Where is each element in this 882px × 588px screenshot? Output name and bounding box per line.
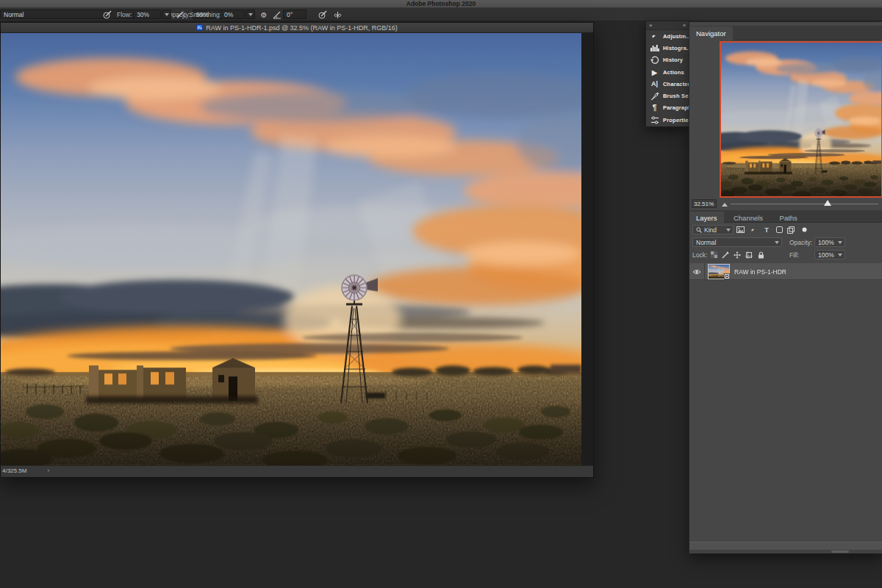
character-icon: A| [650, 79, 659, 88]
layer-visibility-toggle[interactable] [689, 263, 705, 281]
panel-button-histogram[interactable]: Histogra... [646, 42, 689, 54]
tool-options-bar: Normal Opacity: 99% Flow: 30% Smoothing:… [0, 8, 882, 21]
icon-dock-header: × » [646, 21, 689, 30]
panel-button-label: Actions [663, 69, 684, 76]
smart-object-filter-icon[interactable] [786, 225, 796, 234]
layer-opacity-value: 100% [818, 239, 834, 246]
navigator-zoom-value: 32.51% [694, 201, 714, 207]
shape-layer-filter-icon[interactable] [774, 225, 784, 234]
brush-angle-input[interactable]: 0° [283, 10, 306, 19]
smoothing-input[interactable]: 0% [220, 10, 245, 19]
layer-fill-value: 100% [818, 251, 834, 259]
smoothing-value: 0% [224, 11, 233, 18]
adjustment-layer-filter-icon[interactable]: ◐ [748, 225, 759, 234]
brush-settings-icon [650, 92, 659, 101]
layer-name[interactable]: RAW in PS-1-HDR [734, 263, 786, 281]
airbrush-icon[interactable] [175, 10, 185, 20]
fill-label: Fill: [789, 248, 799, 261]
flow-dropdown-button[interactable] [162, 10, 171, 19]
layer-fill-select[interactable]: 100% [814, 250, 845, 259]
gear-icon[interactable]: ⚙ [259, 10, 269, 20]
panel-button-label: Properties [663, 117, 692, 123]
chevron-down-icon [838, 254, 842, 257]
document-size-status[interactable]: 4/325.5M [2, 467, 26, 474]
navigator-zoom-slider[interactable] [731, 204, 878, 204]
layer-row[interactable]: RAW in PS-1-HDR [689, 262, 882, 280]
panel-button-history[interactable]: History [646, 54, 689, 66]
lock-pixels-icon[interactable] [720, 250, 731, 259]
document-title: RAW in PS-1-HDR-1.psd @ 32.5% (RAW in PS… [206, 24, 398, 32]
type-layer-filter-icon[interactable]: T [761, 225, 772, 234]
tab-navigator[interactable]: Navigator [689, 26, 733, 41]
flow-label: Flow: [117, 8, 132, 21]
panel-button-paragraph[interactable]: ¶ Paragraph [646, 102, 689, 114]
zoom-slider-thumb[interactable] [824, 200, 831, 206]
document-window: Ps RAW in PS-1-HDR-1.psd @ 32.5% (RAW in… [0, 22, 594, 478]
gear-glyph: ⚙ [261, 11, 268, 19]
navigator-tabbar: Navigator [689, 26, 882, 40]
layer-opacity-select[interactable]: 100% [814, 237, 845, 247]
status-menu-arrow-icon[interactable]: › [47, 467, 49, 474]
panel-button-actions[interactable]: ▶ Actions [646, 66, 689, 78]
navigator-zoom-input[interactable]: 32.51% [692, 199, 717, 208]
layer-blend-mode-select[interactable]: Normal [692, 237, 782, 247]
navigator-proxy-view[interactable] [720, 41, 882, 198]
zoom-out-icon[interactable] [722, 203, 728, 207]
chevron-down-icon [775, 241, 779, 244]
history-icon [650, 56, 659, 65]
layers-panel-scrollbar[interactable] [689, 550, 882, 553]
lock-label: Lock: [692, 248, 707, 261]
layers-tabbar: Layers Channels Paths [689, 210, 882, 223]
panel-button-label: History [663, 57, 683, 63]
search-icon [696, 227, 702, 233]
chevron-down-icon [726, 229, 731, 232]
layer-filter-select[interactable]: Kind [692, 225, 734, 234]
panel-button-label: Adjustm... [663, 33, 691, 40]
smart-object-badge-icon [724, 273, 730, 279]
lock-all-icon[interactable] [756, 250, 766, 259]
pressure-opacity-icon[interactable] [102, 10, 112, 20]
smoothing-dropdown-button[interactable] [245, 10, 255, 19]
paint-symmetry-icon[interactable] [332, 10, 343, 20]
adjustment-glyph: ◐ [750, 226, 758, 234]
panel-button-label: Paragraph [663, 104, 692, 111]
app-titlebar[interactable]: Adobe Photoshop 2020 [0, 0, 882, 8]
brush-angle-icon [272, 10, 282, 20]
lock-artboard-icon[interactable] [744, 250, 754, 259]
layer-thumbnail[interactable] [708, 264, 730, 279]
close-icon[interactable]: × [649, 22, 653, 29]
panel-button-properties[interactable]: Properties [646, 114, 689, 126]
layers-lock-row: Lock: Fill: 100% [689, 248, 882, 261]
layer-blend-mode-value: Normal [696, 239, 716, 246]
panel-button-label: Character [663, 81, 690, 87]
layers-blend-row: Normal Opacity: 100% [689, 236, 882, 248]
pressure-size-icon[interactable] [318, 10, 328, 20]
panel-button-brush-settings[interactable]: Brush Se... [646, 90, 689, 101]
panel-button-character[interactable]: A| Character [646, 78, 689, 90]
lock-position-icon[interactable] [732, 250, 742, 259]
histogram-icon [650, 43, 659, 52]
layer-opacity-label: Opacity: [789, 236, 812, 248]
lock-transparency-icon[interactable] [709, 250, 719, 259]
flow-input[interactable]: 30% [133, 10, 161, 19]
document-status-bar: 4/325.5M › [1, 465, 593, 475]
chevron-down-icon [838, 241, 842, 244]
smoothing-label: Smoothing: [190, 8, 221, 21]
type-glyph: T [764, 226, 769, 234]
adjustments-icon: ◐ [650, 32, 659, 40]
collapse-panels-icon[interactable]: » [683, 23, 686, 28]
layers-panel: Kind ◐ T [689, 223, 882, 553]
document-canvas-image[interactable] [1, 33, 581, 465]
brush-angle-value: 0° [287, 11, 293, 18]
document-titlebar[interactable]: Ps RAW in PS-1-HDR-1.psd @ 32.5% (RAW in… [1, 23, 593, 33]
panel-column: Navigator 32.51% Layers Channels Paths K… [689, 22, 882, 553]
pixel-layer-filter-icon[interactable] [735, 225, 745, 234]
filter-toggle-icon[interactable] [799, 225, 809, 234]
canvas-area [1, 33, 593, 465]
layers-filter-row: Kind ◐ T [689, 223, 882, 236]
psd-file-icon: Ps [196, 24, 203, 31]
paragraph-icon: ¶ [650, 104, 659, 112]
scrollbar-thumb[interactable] [831, 551, 849, 553]
panel-button-adjustments[interactable]: ◐ Adjustm... [646, 30, 689, 42]
chevron-down-icon [248, 13, 253, 16]
